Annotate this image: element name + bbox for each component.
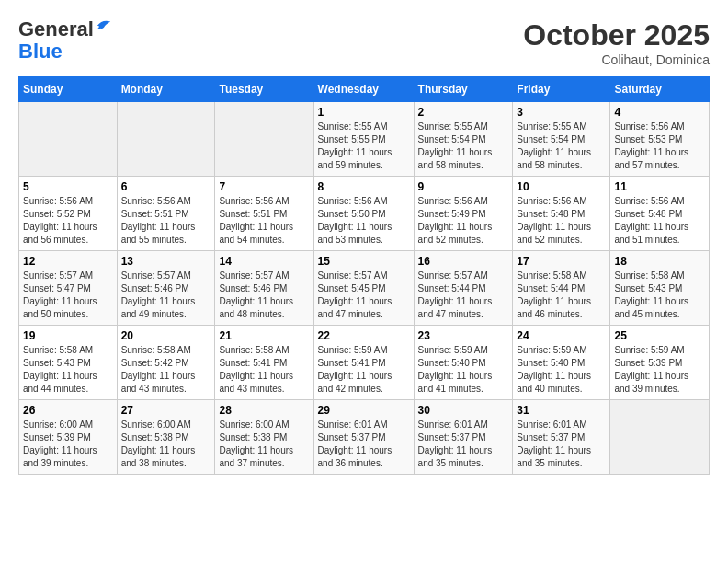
calendar-cell: 25Sunrise: 5:59 AM Sunset: 5:39 PM Dayli… [610, 326, 710, 400]
day-info: Sunrise: 5:56 AM Sunset: 5:51 PM Dayligh… [219, 195, 309, 247]
day-number: 31 [517, 404, 606, 417]
calendar-week-row: 19Sunrise: 5:58 AM Sunset: 5:43 PM Dayli… [19, 326, 710, 400]
day-info: Sunrise: 5:56 AM Sunset: 5:53 PM Dayligh… [614, 121, 705, 172]
calendar-cell: 1Sunrise: 5:55 AM Sunset: 5:55 PM Daylig… [313, 102, 414, 177]
weekday-header-wednesday: Wednesday [313, 77, 414, 102]
day-number: 11 [614, 180, 705, 193]
calendar-week-row: 5Sunrise: 5:56 AM Sunset: 5:52 PM Daylig… [19, 177, 710, 251]
day-info: Sunrise: 5:57 AM Sunset: 5:44 PM Dayligh… [418, 270, 509, 321]
day-number: 21 [219, 329, 309, 342]
day-number: 23 [418, 329, 509, 342]
calendar-table: SundayMondayTuesdayWednesdayThursdayFrid… [18, 76, 710, 475]
day-info: Sunrise: 5:56 AM Sunset: 5:49 PM Dayligh… [418, 195, 509, 247]
weekday-header-tuesday: Tuesday [215, 77, 313, 102]
calendar-cell: 30Sunrise: 6:01 AM Sunset: 5:37 PM Dayli… [414, 400, 513, 475]
logo-blue: Blue [18, 40, 112, 63]
calendar-week-row: 1Sunrise: 5:55 AM Sunset: 5:55 PM Daylig… [19, 102, 710, 177]
day-info: Sunrise: 5:57 AM Sunset: 5:47 PM Dayligh… [23, 270, 113, 321]
calendar-cell: 13Sunrise: 5:57 AM Sunset: 5:46 PM Dayli… [117, 251, 215, 326]
day-number: 2 [418, 106, 509, 119]
weekday-header-saturday: Saturday [610, 77, 710, 102]
day-number: 7 [219, 180, 309, 193]
calendar-cell: 8Sunrise: 5:56 AM Sunset: 5:50 PM Daylig… [313, 177, 414, 251]
day-number: 30 [418, 404, 509, 417]
weekday-header-thursday: Thursday [414, 77, 513, 102]
day-info: Sunrise: 5:58 AM Sunset: 5:41 PM Dayligh… [219, 344, 309, 396]
day-number: 13 [121, 255, 211, 268]
weekday-header-monday: Monday [117, 77, 215, 102]
calendar-cell: 20Sunrise: 5:58 AM Sunset: 5:42 PM Dayli… [117, 326, 215, 400]
weekday-header-sunday: Sunday [19, 77, 118, 102]
calendar-cell: 5Sunrise: 5:56 AM Sunset: 5:52 PM Daylig… [19, 177, 118, 251]
day-info: Sunrise: 6:00 AM Sunset: 5:38 PM Dayligh… [121, 419, 211, 470]
calendar-cell: 19Sunrise: 5:58 AM Sunset: 5:43 PM Dayli… [19, 326, 118, 400]
day-number: 8 [318, 180, 410, 193]
day-number: 3 [517, 106, 606, 119]
calendar-cell: 18Sunrise: 5:58 AM Sunset: 5:43 PM Dayli… [610, 251, 710, 326]
calendar-week-row: 12Sunrise: 5:57 AM Sunset: 5:47 PM Dayli… [19, 251, 710, 326]
logo-bird-icon [96, 17, 112, 34]
day-number: 27 [121, 404, 211, 417]
calendar-cell: 4Sunrise: 5:56 AM Sunset: 5:53 PM Daylig… [610, 102, 710, 177]
calendar-week-row: 26Sunrise: 6:00 AM Sunset: 5:39 PM Dayli… [19, 400, 710, 475]
day-number: 17 [517, 255, 606, 268]
day-info: Sunrise: 5:56 AM Sunset: 5:51 PM Dayligh… [121, 195, 211, 247]
calendar-cell: 3Sunrise: 5:55 AM Sunset: 5:54 PM Daylig… [513, 102, 610, 177]
day-number: 25 [614, 329, 705, 342]
day-number: 6 [121, 180, 211, 193]
calendar-cell: 21Sunrise: 5:58 AM Sunset: 5:41 PM Dayli… [215, 326, 313, 400]
day-info: Sunrise: 5:57 AM Sunset: 5:45 PM Dayligh… [318, 270, 410, 321]
day-number: 20 [121, 329, 211, 342]
day-number: 1 [318, 106, 410, 119]
day-info: Sunrise: 5:59 AM Sunset: 5:40 PM Dayligh… [517, 344, 606, 396]
day-info: Sunrise: 5:56 AM Sunset: 5:48 PM Dayligh… [614, 195, 705, 247]
day-number: 26 [23, 404, 113, 417]
day-number: 15 [318, 255, 410, 268]
calendar-cell: 26Sunrise: 6:00 AM Sunset: 5:39 PM Dayli… [19, 400, 118, 475]
day-info: Sunrise: 5:55 AM Sunset: 5:54 PM Dayligh… [517, 121, 606, 172]
day-number: 28 [219, 404, 309, 417]
calendar-cell: 27Sunrise: 6:00 AM Sunset: 5:38 PM Dayli… [117, 400, 215, 475]
logo: General Blue [18, 18, 112, 63]
day-number: 18 [614, 255, 705, 268]
location-subtitle: Colihaut, Dominica [523, 52, 710, 67]
title-block: October 2025 Colihaut, Dominica [523, 18, 710, 67]
calendar-header-row: SundayMondayTuesdayWednesdayThursdayFrid… [19, 77, 710, 102]
page-header: General Blue October 2025 Colihaut, Domi… [18, 18, 710, 67]
logo-general: General [18, 18, 94, 40]
calendar-cell: 11Sunrise: 5:56 AM Sunset: 5:48 PM Dayli… [610, 177, 710, 251]
day-info: Sunrise: 5:57 AM Sunset: 5:46 PM Dayligh… [121, 270, 211, 321]
day-info: Sunrise: 6:00 AM Sunset: 5:38 PM Dayligh… [219, 419, 309, 470]
day-info: Sunrise: 5:56 AM Sunset: 5:48 PM Dayligh… [517, 195, 606, 247]
day-number: 24 [517, 329, 606, 342]
day-number: 9 [418, 180, 509, 193]
day-number: 4 [614, 106, 705, 119]
day-info: Sunrise: 5:58 AM Sunset: 5:42 PM Dayligh… [121, 344, 211, 396]
day-info: Sunrise: 5:59 AM Sunset: 5:40 PM Dayligh… [418, 344, 509, 396]
calendar-cell: 6Sunrise: 5:56 AM Sunset: 5:51 PM Daylig… [117, 177, 215, 251]
day-info: Sunrise: 5:58 AM Sunset: 5:44 PM Dayligh… [517, 270, 606, 321]
calendar-cell: 12Sunrise: 5:57 AM Sunset: 5:47 PM Dayli… [19, 251, 118, 326]
day-number: 29 [318, 404, 410, 417]
day-number: 14 [219, 255, 309, 268]
calendar-cell [610, 400, 710, 475]
day-info: Sunrise: 5:55 AM Sunset: 5:55 PM Dayligh… [318, 121, 410, 172]
day-info: Sunrise: 5:57 AM Sunset: 5:46 PM Dayligh… [219, 270, 309, 321]
day-info: Sunrise: 5:56 AM Sunset: 5:52 PM Dayligh… [23, 195, 113, 247]
calendar-cell: 7Sunrise: 5:56 AM Sunset: 5:51 PM Daylig… [215, 177, 313, 251]
day-number: 12 [23, 255, 113, 268]
calendar-cell: 15Sunrise: 5:57 AM Sunset: 5:45 PM Dayli… [313, 251, 414, 326]
day-number: 19 [23, 329, 113, 342]
day-info: Sunrise: 5:58 AM Sunset: 5:43 PM Dayligh… [614, 270, 705, 321]
calendar-cell: 14Sunrise: 5:57 AM Sunset: 5:46 PM Dayli… [215, 251, 313, 326]
calendar-cell: 16Sunrise: 5:57 AM Sunset: 5:44 PM Dayli… [414, 251, 513, 326]
day-number: 10 [517, 180, 606, 193]
day-info: Sunrise: 6:01 AM Sunset: 5:37 PM Dayligh… [418, 419, 509, 470]
day-info: Sunrise: 5:59 AM Sunset: 5:41 PM Dayligh… [318, 344, 410, 396]
day-info: Sunrise: 6:01 AM Sunset: 5:37 PM Dayligh… [517, 419, 606, 470]
calendar-cell: 23Sunrise: 5:59 AM Sunset: 5:40 PM Dayli… [414, 326, 513, 400]
day-info: Sunrise: 5:56 AM Sunset: 5:50 PM Dayligh… [318, 195, 410, 247]
month-title: October 2025 [523, 18, 710, 52]
calendar-cell: 9Sunrise: 5:56 AM Sunset: 5:49 PM Daylig… [414, 177, 513, 251]
calendar-cell: 31Sunrise: 6:01 AM Sunset: 5:37 PM Dayli… [513, 400, 610, 475]
